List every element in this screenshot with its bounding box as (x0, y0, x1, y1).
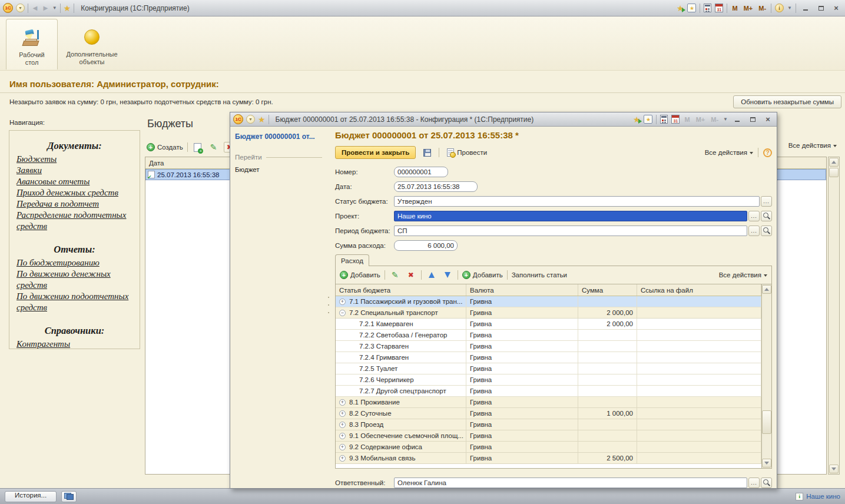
period-ellipsis-button[interactable]: ... (748, 226, 760, 236)
info-icon[interactable]: i (775, 4, 784, 12)
calculator-icon[interactable] (660, 115, 668, 124)
expense-row[interactable]: +9.1 Обеспечение съемочной площ...Гривна (336, 430, 761, 442)
nav-link-label[interactable]: Контрагенты (16, 339, 70, 349)
nav-link-label[interactable]: Авансовые отчеты (16, 177, 90, 186)
col-sum-header[interactable]: Сумма (578, 284, 637, 296)
nav-link[interactable]: Распределение подотчетных средств (16, 210, 132, 232)
expense-table-header[interactable]: Статья бюджета Валюта Сумма Ссылка на фа… (336, 284, 761, 296)
nav-link-label[interactable]: Заявки (16, 165, 42, 175)
add-row-button[interactable]: Добавить (340, 271, 380, 279)
nav-link-label[interactable]: По движению подоотчетных средств (16, 291, 128, 312)
date-column-header[interactable]: Дата (149, 160, 164, 167)
nav-link[interactable]: По движению подоотчетных средств (16, 291, 132, 313)
budgets-scrollbar[interactable] (828, 157, 840, 475)
tab-desktop[interactable]: Рабочий стол (6, 19, 58, 69)
nav-link[interactable]: Приход денежных средств (16, 187, 132, 198)
expense-row[interactable]: +7.1 Пассажирский и грузовой тран...Грив… (336, 296, 761, 307)
memory-add-button[interactable]: M+ (743, 5, 754, 12)
collapse-icon[interactable]: − (339, 310, 346, 316)
nav-link-label[interactable]: Распределение подотчетных средств (16, 210, 126, 231)
nav-link[interactable]: Контрагенты (16, 339, 132, 349)
memory-subtract-button[interactable]: M- (757, 5, 767, 12)
col-item-header[interactable]: Статья бюджета (336, 284, 466, 296)
history-dropdown-icon[interactable]: ▼ (52, 5, 57, 11)
expand-icon[interactable]: + (339, 433, 346, 439)
forward-icon[interactable]: ► (42, 4, 49, 12)
col-currency-header[interactable]: Валюта (466, 284, 578, 296)
more-dropdown-icon[interactable]: ▼ (723, 117, 728, 122)
period-search-button[interactable] (761, 226, 772, 236)
minimize-button[interactable] (731, 115, 743, 124)
sessions-button[interactable] (61, 491, 77, 502)
scroll-thumb[interactable] (829, 168, 839, 177)
window-menu-button[interactable]: ▼ (246, 115, 255, 124)
scroll-up-icon[interactable] (829, 158, 839, 167)
expense-row[interactable]: +9.2 Содержание офисаГривна (336, 442, 761, 453)
nav-link[interactable]: Бюджеты (16, 154, 132, 165)
calendar-icon[interactable]: 31 (671, 115, 680, 124)
period-field[interactable]: СП (394, 226, 747, 236)
favorites-list-icon[interactable]: ★ (644, 115, 652, 124)
main-menu-button[interactable]: ▼ (16, 4, 25, 12)
tab-expense[interactable]: Расход (335, 254, 369, 266)
responsible-search-button[interactable] (761, 478, 772, 488)
project-field[interactable]: Наше кино (394, 211, 747, 221)
nav-link-label[interactable]: Приход денежных средств (16, 188, 118, 197)
goto-budget-link[interactable]: Бюджет (235, 166, 322, 173)
responsible-field[interactable]: Оленюк Галина (394, 478, 747, 488)
scroll-down-icon[interactable] (829, 465, 839, 473)
memory-recall-button[interactable]: M (683, 116, 691, 123)
expand-icon[interactable]: + (339, 455, 346, 462)
expense-row[interactable]: 7.2.6 ЧеррипикерГривна (336, 374, 761, 386)
favorites-list-icon[interactable]: ★ (687, 4, 696, 12)
memory-subtract-button[interactable]: M- (710, 116, 720, 123)
close-button[interactable]: × (762, 115, 774, 124)
date-field[interactable]: 25.07.2013 16:55:38 (394, 181, 478, 192)
tab-additional-objects[interactable]: Дополнительные объекты (61, 19, 122, 69)
panel-splitter[interactable] (327, 127, 330, 488)
status-field[interactable]: Утвержден (394, 196, 760, 207)
amount-field[interactable]: 6 000,00 (394, 240, 458, 251)
nav-link[interactable]: Авансовые отчеты (16, 176, 132, 187)
copy-button[interactable] (192, 142, 204, 152)
history-button[interactable]: История... (5, 491, 57, 502)
create-button[interactable]: Создать (147, 143, 183, 151)
expense-row[interactable]: +8.3 ПроездГривна (336, 419, 761, 430)
restore-button[interactable] (815, 4, 827, 12)
expense-row[interactable]: +8.1 ПроживаниеГривна (336, 397, 761, 408)
expand-icon[interactable]: + (339, 399, 346, 406)
expense-row[interactable]: 7.2.1 КамервагенГривна2 000,00 (336, 319, 761, 330)
col-file-header[interactable]: Ссылка на файл (637, 284, 761, 296)
expense-row[interactable]: 7.2.4 ГримвагенГривна (336, 352, 761, 363)
scroll-up-icon[interactable] (762, 285, 771, 294)
edit-button[interactable]: ✎ (208, 142, 220, 152)
nav-link[interactable]: Заявки (16, 165, 132, 176)
move-up-button[interactable] (426, 270, 438, 280)
scroll-thumb[interactable] (762, 410, 771, 434)
project-search-button[interactable] (761, 211, 772, 221)
status-ellipsis-button[interactable]: ... (761, 196, 772, 207)
maximize-button[interactable] (747, 115, 758, 124)
favorites-star-icon[interactable]: ★ (64, 4, 71, 12)
help-icon[interactable]: ? (763, 148, 772, 157)
expense-row[interactable]: 7.2.3 СтарвагенГривна (336, 341, 761, 352)
move-down-button[interactable] (442, 270, 453, 280)
info-dropdown-icon[interactable]: ▼ (787, 5, 792, 11)
add-row-button-2[interactable]: Добавить (462, 271, 503, 279)
back-icon[interactable]: ◄ (31, 4, 39, 12)
expand-icon[interactable]: + (339, 444, 346, 450)
project-ellipsis-button[interactable]: ... (748, 211, 760, 221)
scroll-down-icon[interactable] (762, 459, 771, 467)
memory-recall-button[interactable]: M (731, 5, 738, 12)
add-favorite-icon[interactable]: ★ (633, 115, 641, 124)
number-field[interactable]: 000000001 (394, 167, 448, 177)
expense-row[interactable]: 7.2.5 ТуалетГривна (336, 363, 761, 374)
add-favorite-icon[interactable]: ★ (677, 4, 684, 12)
expense-row[interactable]: 7.2.2 Светобаза / ГенераторГривна (336, 330, 761, 341)
responsible-ellipsis-button[interactable]: ... (748, 478, 760, 488)
expense-row[interactable]: +8.2 СуточныеГривна1 000,00 (336, 408, 761, 419)
close-button[interactable]: × (830, 4, 842, 12)
nav-link-label[interactable]: По движению денежных средств (16, 269, 111, 290)
save-button[interactable] (420, 146, 435, 159)
fill-items-button[interactable]: Заполнить статьи (512, 271, 567, 278)
